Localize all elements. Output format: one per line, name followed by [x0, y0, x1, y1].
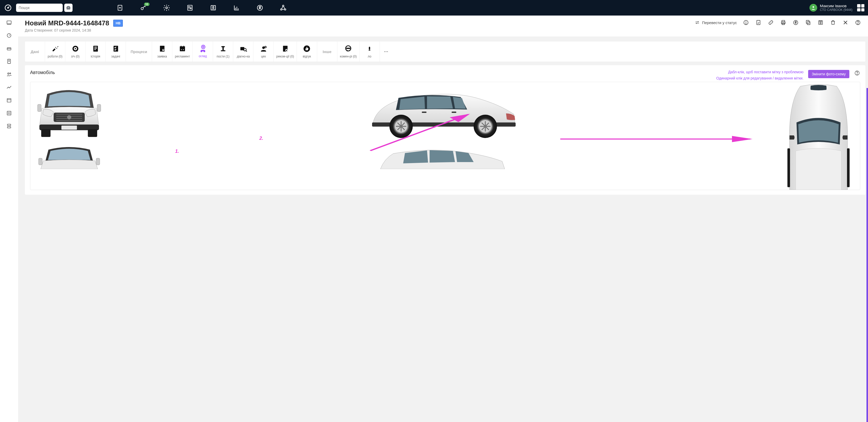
shield-check-icon[interactable]: [755, 19, 762, 26]
scrollbar-indicator[interactable]: [866, 88, 868, 199]
sidebar-calendar-icon[interactable]: [5, 96, 13, 105]
svg-rect-111: [61, 126, 77, 130]
money-icon[interactable]: [792, 19, 799, 26]
print-icon[interactable]: [780, 19, 787, 26]
svg-rect-133: [422, 111, 427, 113]
tab-regulation[interactable]: регламент: [172, 41, 193, 62]
svg-rect-112: [41, 129, 51, 137]
chat-icon: [344, 44, 353, 53]
tabs-more[interactable]: ···: [380, 41, 393, 62]
car-schematic[interactable]: [30, 82, 860, 190]
sidebar-stats-icon[interactable]: [5, 83, 13, 92]
sidebar-people-icon[interactable]: [5, 70, 13, 79]
sidebar-gauge-icon[interactable]: [5, 31, 13, 40]
tab-request-label: заявка: [157, 55, 167, 58]
apps-grid-icon[interactable]: [857, 4, 864, 11]
tab-feedback-label: відгук: [303, 55, 311, 58]
user-block[interactable]: Максим Іванов СТО CARBOOK (9444): [809, 4, 864, 12]
chart-icon[interactable]: [233, 4, 241, 12]
svg-point-80: [183, 49, 184, 50]
tab-posts[interactable]: пости (1): [213, 41, 233, 62]
sidebar-adjust-icon[interactable]: [5, 109, 13, 118]
tab-diagnostics[interactable]: діагно-ка: [233, 41, 253, 62]
tab-history[interactable]: історія: [86, 41, 106, 62]
tab-tasks[interactable]: задачі: [106, 41, 126, 62]
svg-point-17: [190, 8, 191, 9]
tab-feedback[interactable]: відгук: [297, 41, 317, 62]
left-sidebar: [0, 15, 18, 199]
svg-rect-116: [39, 158, 42, 165]
contact-card-icon[interactable]: [209, 4, 217, 12]
status-badge[interactable]: НВ: [113, 20, 123, 27]
transfer-status-button[interactable]: Перевести у статус: [695, 20, 737, 25]
tab-posts-label: пости (1): [217, 55, 229, 58]
tab-recommend[interactable]: реком-ції (0): [274, 41, 297, 62]
link-icon[interactable]: [768, 19, 774, 26]
svg-point-28: [284, 9, 286, 10]
svg-point-82: [203, 46, 204, 48]
new-doc-icon[interactable]: [116, 4, 124, 12]
sidebar-monitor-icon[interactable]: [5, 18, 13, 27]
svg-rect-42: [7, 111, 11, 115]
checklist-icon: [112, 44, 120, 53]
sidebar-report-icon[interactable]: [5, 57, 13, 66]
brake-icon: [71, 44, 80, 53]
svg-point-81: [201, 45, 205, 49]
save-icon[interactable]: [817, 19, 824, 26]
svg-point-92: [265, 46, 266, 48]
svg-rect-114: [37, 104, 41, 111]
svg-rect-69: [94, 48, 97, 49]
transfer-label: Перевести у статус: [702, 21, 737, 25]
svg-point-98: [348, 48, 349, 49]
tab-works[interactable]: роботи (0): [45, 41, 65, 62]
tab-history-label: історія: [91, 55, 100, 58]
key-icon[interactable]: 11: [140, 4, 147, 12]
help-icon[interactable]: [855, 19, 861, 26]
key-badge: 11: [144, 2, 150, 6]
tab-log[interactable]: ло: [360, 41, 380, 62]
swap-icon: [695, 20, 700, 25]
copy-icon[interactable]: [805, 19, 811, 26]
change-photo-scheme-button[interactable]: Змінити фото-схему: [808, 70, 849, 78]
app-logo[interactable]: [4, 3, 12, 12]
svg-point-38: [8, 73, 9, 74]
sidebar-box-icon[interactable]: [5, 44, 13, 53]
workshop-icon: [259, 44, 268, 53]
tab-diagnostics-label: діагно-ка: [237, 55, 250, 58]
global-search[interactable]: [16, 4, 63, 12]
alert-icon[interactable]: [743, 19, 749, 26]
calendar-tools-icon: [178, 44, 187, 53]
car-side-view: [365, 84, 520, 140]
sidebar-server-icon[interactable]: [5, 122, 13, 130]
dollar-icon[interactable]: [256, 4, 264, 12]
svg-rect-101: [369, 50, 371, 51]
topbar: 11 Максим Іванов СТО CARBOOK (9444): [0, 0, 868, 15]
user-name: Максим Іванов: [820, 4, 852, 8]
svg-rect-56: [806, 21, 809, 24]
warehouse-button[interactable]: [64, 4, 72, 12]
network-icon[interactable]: [279, 4, 287, 12]
tab-parts[interactable]: з/ч (0): [65, 41, 86, 62]
tab-inspection[interactable]: огляд: [193, 41, 213, 62]
page-header-actions: Перевести у статус: [695, 19, 861, 26]
svg-rect-46: [7, 127, 11, 128]
svg-rect-40: [7, 99, 11, 102]
svg-point-39: [10, 73, 11, 74]
search-input[interactable]: [18, 5, 64, 10]
svg-rect-87: [221, 50, 225, 51]
inspection-panel: Автомобіль Дабл-клік, щоб поставити мітк…: [25, 65, 865, 195]
tab-request[interactable]: заявка: [152, 41, 172, 62]
panel-help-icon[interactable]: [854, 70, 860, 76]
svg-rect-30: [7, 21, 11, 24]
trash-icon[interactable]: [830, 19, 836, 26]
svg-point-29: [812, 6, 814, 8]
close-icon[interactable]: [842, 19, 849, 26]
tab-works-label: роботи (0): [48, 55, 62, 58]
svg-rect-100: [369, 47, 370, 50]
tab-workshop[interactable]: цех: [253, 41, 274, 62]
sliders-icon[interactable]: [186, 4, 194, 12]
svg-point-1: [7, 7, 8, 8]
tab-comments[interactable]: комен-рі (0): [337, 41, 360, 62]
svg-point-99: [349, 48, 350, 49]
gear-icon[interactable]: [163, 4, 170, 12]
